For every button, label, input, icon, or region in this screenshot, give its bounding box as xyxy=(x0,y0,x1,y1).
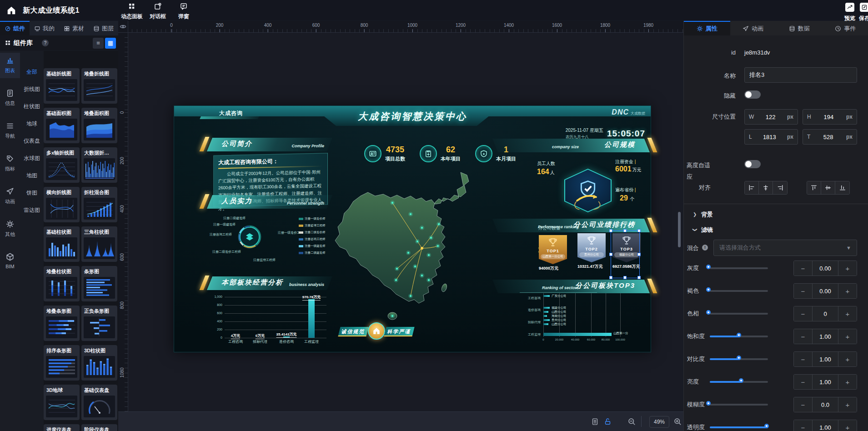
ranking-card-TOP1[interactable]: TOP1山西第一分公司94000万元 xyxy=(539,235,567,271)
subcat-雷达图[interactable]: 雷达图 xyxy=(20,206,44,216)
decrement-button[interactable]: − xyxy=(794,352,812,366)
component-card-正负条形图[interactable]: 正负条形图 xyxy=(81,306,117,341)
width-field[interactable]: W122px xyxy=(744,109,798,125)
selection-handle[interactable] xyxy=(637,253,641,256)
subcat-地图[interactable]: 地图 xyxy=(20,172,44,181)
slider-褐色[interactable] xyxy=(710,290,768,292)
component-card-3D地球[interactable]: 3D地球 xyxy=(44,385,80,420)
rail-item-BIM[interactable]: BIM xyxy=(0,249,20,275)
subcat-饼图[interactable]: 饼图 xyxy=(20,189,44,198)
component-card-3D柱状图[interactable]: 3D柱状图 xyxy=(81,345,117,381)
grid-view-button[interactable]: ▦ xyxy=(105,38,116,49)
blend-select[interactable]: 请选择混合方式▼ xyxy=(713,240,857,256)
tab-素材[interactable]: 素材 xyxy=(59,21,89,35)
component-card-堆叠面积图[interactable]: 堆叠面积图 xyxy=(81,108,117,143)
tool-动态面板[interactable]: 动态面板 xyxy=(119,2,145,20)
decrement-button[interactable]: − xyxy=(794,375,812,389)
tool-对话框[interactable]: 对话框 xyxy=(145,2,171,20)
component-card-堆叠条形图[interactable]: 堆叠条形图 xyxy=(44,306,80,341)
slider-饱和度[interactable] xyxy=(710,336,768,337)
align-left-button[interactable] xyxy=(745,181,759,194)
subcat-仪表盘[interactable]: 仪表盘 xyxy=(20,137,44,146)
increment-button[interactable]: + xyxy=(838,375,857,389)
outline-icon[interactable] xyxy=(591,417,599,426)
rail-item-动画[interactable]: 动画 xyxy=(0,184,20,209)
height-field[interactable]: H194px xyxy=(803,109,857,125)
component-card-条形图[interactable]: 条形图 xyxy=(81,266,117,301)
selection-handle[interactable] xyxy=(609,253,612,256)
align-ch-button[interactable] xyxy=(759,181,773,194)
tab-图层[interactable]: 图层 xyxy=(89,21,118,35)
component-card-三角柱状图[interactable]: 三角柱状图 xyxy=(81,226,117,262)
subcat-柱状图[interactable]: 柱状图 xyxy=(20,103,44,112)
increment-button[interactable]: + xyxy=(838,397,857,412)
decrement-button[interactable]: − xyxy=(794,329,812,344)
tab-属性[interactable]: 属性 xyxy=(684,21,730,35)
zoom-in-icon[interactable] xyxy=(673,417,682,426)
ranking-card-TOP2[interactable]: TOP2贵州分公司10321.47万元 xyxy=(577,233,606,269)
zoom-out-icon[interactable] xyxy=(627,417,636,426)
top-field[interactable]: T528px xyxy=(803,129,857,145)
increment-button[interactable]: + xyxy=(838,329,857,344)
tab-我的[interactable]: 我的 xyxy=(30,21,59,35)
increment-button[interactable]: + xyxy=(838,420,857,431)
component-card-堆叠折线图[interactable]: 堆叠折线图 xyxy=(81,68,117,104)
eye-icon[interactable] xyxy=(120,23,126,30)
component-card-大数据折…[interactable]: 大数据折… xyxy=(81,147,117,183)
component-card-横向折线图[interactable]: 横向折线图 xyxy=(44,187,80,222)
component-card-进度仪表盘[interactable]: 进度仪表盘50% xyxy=(44,424,80,431)
decrement-button[interactable]: − xyxy=(794,420,812,431)
component-card-基础折线图[interactable]: 基础折线图 xyxy=(44,68,80,104)
component-card-基础仪表盘[interactable]: 基础仪表盘 xyxy=(81,385,117,420)
subcat-全部[interactable]: 全部 xyxy=(20,68,44,77)
vertical-scrollbar[interactable] xyxy=(678,212,681,247)
selection-handle[interactable] xyxy=(637,229,641,232)
component-card-阶段仪表盘[interactable]: 阶段仪表盘 xyxy=(81,424,117,431)
canvas[interactable]: 0200400600800100012001400160018001980 02… xyxy=(118,21,683,431)
increment-button[interactable]: + xyxy=(838,261,857,276)
slider-灰度[interactable] xyxy=(710,267,768,269)
component-card-折柱混合图[interactable]: 折柱混合图 xyxy=(81,187,117,222)
selection-handle[interactable] xyxy=(623,229,627,232)
help-icon[interactable]: ? xyxy=(42,40,49,46)
zoom-level[interactable]: 49% xyxy=(649,416,669,428)
preview-button[interactable]: 预览 xyxy=(842,3,858,22)
decrement-button[interactable]: − xyxy=(794,397,812,412)
selection-handle[interactable] xyxy=(609,276,612,279)
slider-模糊度[interactable] xyxy=(710,404,768,406)
rail-item-图表[interactable]: 图表 xyxy=(0,53,20,78)
tab-组件[interactable]: 组件 xyxy=(0,21,30,35)
slider-色相[interactable] xyxy=(710,313,768,315)
selection-handle[interactable] xyxy=(609,229,612,232)
home-icon[interactable] xyxy=(6,5,16,15)
decrement-button[interactable]: − xyxy=(794,284,812,298)
unlock-icon[interactable] xyxy=(604,417,612,426)
slider-亮度[interactable] xyxy=(710,381,768,383)
subcat-折线图[interactable]: 折线图 xyxy=(20,85,44,95)
left-field[interactable]: L1813px xyxy=(744,129,798,145)
rail-item-信息[interactable]: 信息 xyxy=(0,85,20,111)
tool-弹窗[interactable]: 弹窗 xyxy=(171,2,196,20)
increment-button[interactable]: + xyxy=(838,352,857,366)
rail-item-导航[interactable]: 导航 xyxy=(0,118,20,144)
selection-handle[interactable] xyxy=(623,276,627,279)
list-view-button[interactable]: ≡ xyxy=(93,38,104,49)
increment-button[interactable]: + xyxy=(838,284,857,298)
name-input[interactable] xyxy=(744,67,857,83)
slider-透明度[interactable] xyxy=(710,426,768,428)
tab-事件[interactable]: 事件 xyxy=(823,21,868,35)
subcat-地球[interactable]: 地球 xyxy=(20,120,44,129)
decrement-button[interactable]: − xyxy=(794,261,812,276)
component-card-基础面积图[interactable]: 基础面积图 xyxy=(44,108,80,143)
selection-handle[interactable] xyxy=(637,276,641,279)
selection-box[interactable] xyxy=(611,231,640,278)
rail-item-其他[interactable]: 其他 xyxy=(0,216,20,242)
align-top-button[interactable] xyxy=(807,181,821,194)
component-card-基础柱状图[interactable]: 基础柱状图 xyxy=(44,226,80,262)
slider-对比度[interactable] xyxy=(710,358,768,360)
component-card-堆叠柱状图[interactable]: 堆叠柱状图 xyxy=(44,266,80,301)
save-button[interactable]: 保存 xyxy=(857,3,868,22)
align-cv-button[interactable] xyxy=(821,181,835,194)
decrement-button[interactable]: − xyxy=(794,306,812,321)
component-card-多x轴折线图[interactable]: 多x轴折线图 xyxy=(44,147,80,183)
